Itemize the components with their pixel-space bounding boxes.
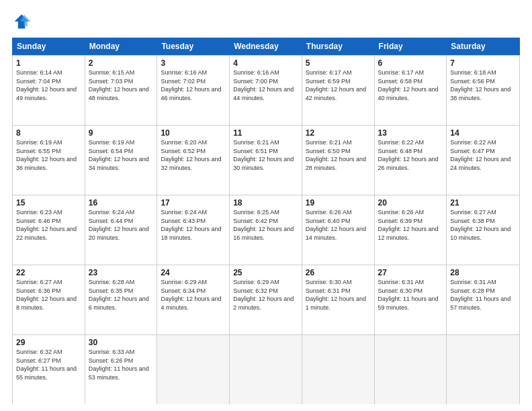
cal-week-5: 29Sunrise: 6:32 AMSunset: 6:27 PMDayligh… (12, 335, 520, 404)
day-number: 26 (306, 268, 371, 277)
cal-cell: 20Sunrise: 6:26 AMSunset: 6:39 PMDayligh… (375, 195, 447, 265)
day-number: 7 (450, 58, 516, 68)
cal-cell: 6Sunrise: 6:17 AMSunset: 6:58 PMDaylight… (375, 56, 447, 125)
day-number: 18 (233, 198, 298, 208)
cell-info: Sunrise: 6:32 AMSunset: 6:27 PMDaylight:… (16, 348, 81, 381)
cal-cell: 21Sunrise: 6:27 AMSunset: 6:38 PMDayligh… (447, 195, 519, 265)
cal-cell: 18Sunrise: 6:25 AMSunset: 6:42 PMDayligh… (230, 195, 302, 265)
logo (12, 12, 34, 31)
cell-info: Sunrise: 6:24 AMSunset: 6:43 PMDaylight:… (161, 208, 226, 242)
cal-cell (230, 335, 302, 404)
cell-info: Sunrise: 6:21 AMSunset: 6:50 PMDaylight:… (306, 138, 371, 172)
day-number: 15 (16, 198, 81, 208)
cal-cell: 30Sunrise: 6:33 AMSunset: 6:26 PMDayligh… (85, 335, 158, 404)
cal-cell (157, 335, 230, 404)
day-number: 21 (450, 198, 516, 208)
day-number: 11 (233, 128, 298, 138)
cal-cell (302, 335, 375, 404)
cal-week-3: 15Sunrise: 6:23 AMSunset: 6:46 PMDayligh… (12, 195, 520, 265)
cell-info: Sunrise: 6:18 AMSunset: 6:56 PMDaylight:… (450, 68, 516, 102)
day-number: 9 (89, 128, 154, 138)
cell-info: Sunrise: 6:25 AMSunset: 6:42 PMDaylight:… (233, 208, 298, 242)
cal-cell (375, 335, 447, 404)
header (12, 12, 520, 31)
day-number: 22 (16, 268, 81, 277)
cell-info: Sunrise: 6:17 AMSunset: 6:59 PMDaylight:… (306, 68, 371, 102)
cell-info: Sunrise: 6:29 AMSunset: 6:34 PMDaylight:… (161, 278, 226, 312)
calendar-body: 1Sunrise: 6:14 AMSunset: 7:04 PMDaylight… (12, 55, 520, 404)
cal-cell: 12Sunrise: 6:21 AMSunset: 6:50 PMDayligh… (302, 126, 375, 195)
cell-info: Sunrise: 6:19 AMSunset: 6:54 PMDaylight:… (89, 138, 154, 172)
logo-icon (12, 12, 31, 31)
cal-cell: 10Sunrise: 6:20 AMSunset: 6:52 PMDayligh… (157, 126, 230, 195)
cal-header-tuesday: Tuesday (157, 38, 230, 54)
cal-cell: 3Sunrise: 6:16 AMSunset: 7:02 PMDaylight… (157, 56, 230, 125)
cal-cell: 2Sunrise: 6:15 AMSunset: 7:03 PMDaylight… (85, 56, 158, 125)
day-number: 8 (16, 128, 81, 138)
cal-cell (447, 335, 519, 404)
cell-info: Sunrise: 6:22 AMSunset: 6:47 PMDaylight:… (450, 138, 516, 172)
cal-cell: 29Sunrise: 6:32 AMSunset: 6:27 PMDayligh… (13, 335, 85, 404)
cal-header-wednesday: Wednesday (230, 38, 302, 54)
day-number: 28 (450, 268, 516, 277)
cell-info: Sunrise: 6:27 AMSunset: 6:38 PMDaylight:… (450, 208, 516, 242)
cell-info: Sunrise: 6:26 AMSunset: 6:40 PMDaylight:… (306, 208, 371, 242)
cell-info: Sunrise: 6:20 AMSunset: 6:52 PMDaylight:… (161, 138, 226, 172)
cell-info: Sunrise: 6:33 AMSunset: 6:26 PMDaylight:… (89, 348, 154, 381)
page: SundayMondayTuesdayWednesdayThursdayFrid… (0, 0, 532, 411)
day-number: 25 (233, 268, 298, 277)
cal-cell: 8Sunrise: 6:19 AMSunset: 6:55 PMDaylight… (13, 126, 85, 195)
cal-cell: 27Sunrise: 6:31 AMSunset: 6:30 PMDayligh… (375, 265, 447, 334)
cal-header-saturday: Saturday (447, 38, 519, 54)
cal-cell: 11Sunrise: 6:21 AMSunset: 6:51 PMDayligh… (230, 126, 302, 195)
cal-cell: 4Sunrise: 6:16 AMSunset: 7:00 PMDaylight… (230, 56, 302, 125)
cal-header-monday: Monday (85, 38, 158, 54)
calendar-header-row: SundayMondayTuesdayWednesdayThursdayFrid… (12, 38, 520, 55)
day-number: 30 (89, 338, 154, 347)
cell-info: Sunrise: 6:15 AMSunset: 7:03 PMDaylight:… (89, 68, 154, 102)
cell-info: Sunrise: 6:31 AMSunset: 6:28 PMDaylight:… (450, 278, 516, 312)
cell-info: Sunrise: 6:31 AMSunset: 6:30 PMDaylight:… (378, 278, 443, 312)
cal-cell: 1Sunrise: 6:14 AMSunset: 7:04 PMDaylight… (13, 56, 85, 125)
cal-cell: 15Sunrise: 6:23 AMSunset: 6:46 PMDayligh… (13, 195, 85, 265)
cal-cell: 19Sunrise: 6:26 AMSunset: 6:40 PMDayligh… (302, 195, 375, 265)
day-number: 27 (378, 268, 443, 277)
cal-cell: 7Sunrise: 6:18 AMSunset: 6:56 PMDaylight… (447, 56, 519, 125)
cal-cell: 17Sunrise: 6:24 AMSunset: 6:43 PMDayligh… (157, 195, 230, 265)
cal-cell: 26Sunrise: 6:30 AMSunset: 6:31 PMDayligh… (302, 265, 375, 334)
cal-header-thursday: Thursday (302, 38, 375, 54)
cal-week-1: 1Sunrise: 6:14 AMSunset: 7:04 PMDaylight… (12, 55, 520, 126)
day-number: 19 (306, 198, 371, 208)
day-number: 14 (450, 128, 516, 138)
cell-info: Sunrise: 6:16 AMSunset: 7:00 PMDaylight:… (233, 68, 298, 102)
day-number: 2 (89, 58, 154, 68)
cell-info: Sunrise: 6:28 AMSunset: 6:35 PMDaylight:… (89, 278, 154, 312)
cell-info: Sunrise: 6:19 AMSunset: 6:55 PMDaylight:… (16, 138, 81, 172)
cell-info: Sunrise: 6:27 AMSunset: 6:36 PMDaylight:… (16, 278, 81, 312)
cell-info: Sunrise: 6:29 AMSunset: 6:32 PMDaylight:… (233, 278, 298, 312)
day-number: 24 (161, 268, 226, 277)
cal-cell: 13Sunrise: 6:22 AMSunset: 6:48 PMDayligh… (375, 126, 447, 195)
day-number: 4 (233, 58, 298, 68)
calendar: SundayMondayTuesdayWednesdayThursdayFrid… (12, 38, 520, 404)
cell-info: Sunrise: 6:17 AMSunset: 6:58 PMDaylight:… (378, 68, 443, 102)
day-number: 5 (306, 58, 371, 68)
day-number: 29 (16, 338, 81, 347)
day-number: 1 (16, 58, 81, 68)
cal-week-2: 8Sunrise: 6:19 AMSunset: 6:55 PMDaylight… (12, 126, 520, 195)
cal-cell: 25Sunrise: 6:29 AMSunset: 6:32 PMDayligh… (230, 265, 302, 334)
day-number: 16 (89, 198, 154, 208)
cell-info: Sunrise: 6:14 AMSunset: 7:04 PMDaylight:… (16, 68, 81, 102)
day-number: 10 (161, 128, 226, 138)
day-number: 23 (89, 268, 154, 277)
cal-cell: 9Sunrise: 6:19 AMSunset: 6:54 PMDaylight… (85, 126, 158, 195)
cal-cell: 5Sunrise: 6:17 AMSunset: 6:59 PMDaylight… (302, 56, 375, 125)
cell-info: Sunrise: 6:26 AMSunset: 6:39 PMDaylight:… (378, 208, 443, 242)
day-number: 13 (378, 128, 443, 138)
cal-header-friday: Friday (375, 38, 447, 54)
cell-info: Sunrise: 6:16 AMSunset: 7:02 PMDaylight:… (161, 68, 226, 102)
cell-info: Sunrise: 6:24 AMSunset: 6:44 PMDaylight:… (89, 208, 154, 242)
cal-cell: 24Sunrise: 6:29 AMSunset: 6:34 PMDayligh… (157, 265, 230, 334)
cell-info: Sunrise: 6:23 AMSunset: 6:46 PMDaylight:… (16, 208, 81, 242)
cal-cell: 28Sunrise: 6:31 AMSunset: 6:28 PMDayligh… (447, 265, 519, 334)
